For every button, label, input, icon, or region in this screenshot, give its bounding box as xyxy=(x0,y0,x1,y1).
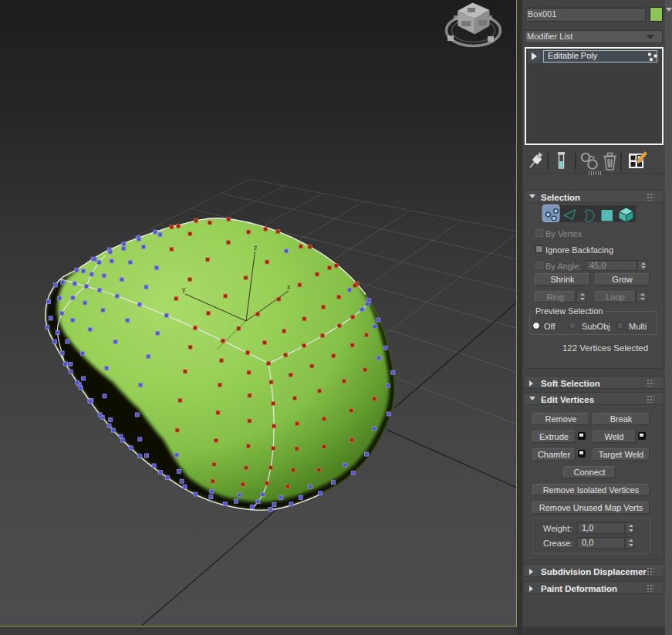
svg-text:z: z xyxy=(254,244,258,252)
svg-text:x: x xyxy=(287,283,291,291)
svg-text:y: y xyxy=(182,285,186,293)
